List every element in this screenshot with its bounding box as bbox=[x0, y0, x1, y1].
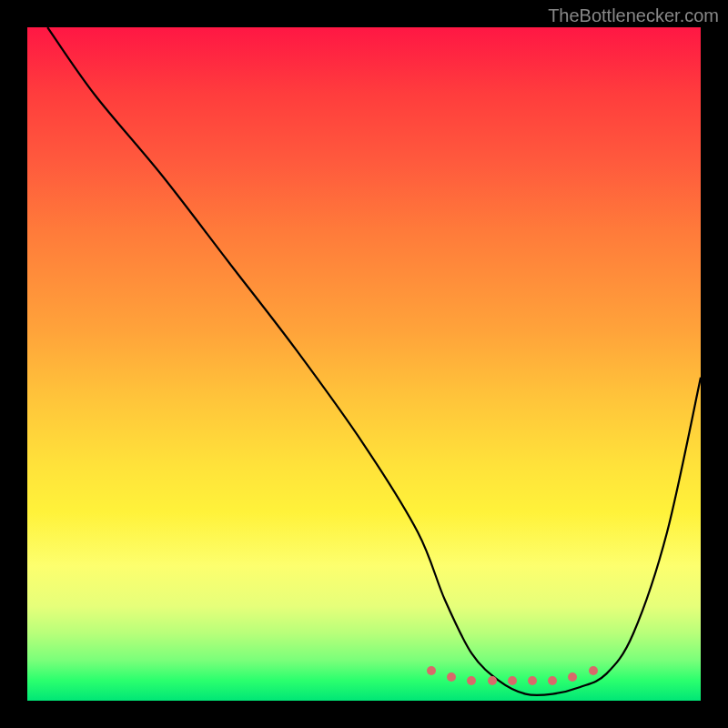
highlight-dot bbox=[508, 676, 517, 685]
highlight-dots bbox=[27, 27, 701, 701]
highlight-dot bbox=[589, 666, 598, 675]
highlight-dot bbox=[467, 676, 476, 685]
highlight-dot bbox=[528, 676, 537, 685]
highlight-dot bbox=[548, 676, 557, 685]
highlight-dot bbox=[488, 676, 497, 685]
highlight-dot bbox=[447, 672, 456, 682]
highlight-dot bbox=[427, 666, 436, 675]
watermark-text: TheBottlenecker.com bbox=[548, 5, 719, 26]
highlight-dot bbox=[568, 672, 577, 682]
chart-plot-area bbox=[27, 27, 701, 701]
